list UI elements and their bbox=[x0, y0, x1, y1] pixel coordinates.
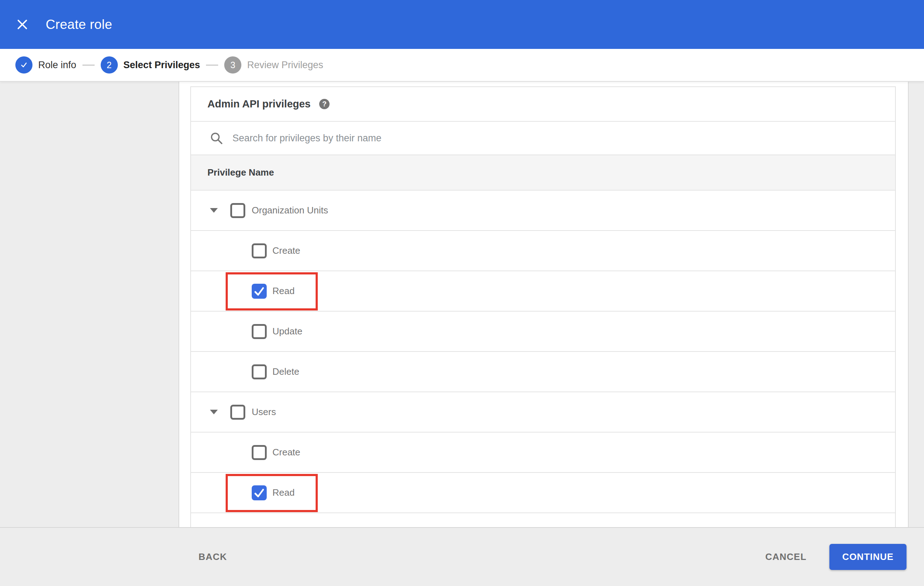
privilege-label: Read bbox=[272, 285, 295, 296]
panel-title: Admin API privileges bbox=[208, 98, 310, 110]
create-role-dialog: Create role Role info 2 Select Privilege… bbox=[0, 0, 924, 586]
checkbox-unchecked[interactable] bbox=[230, 203, 245, 218]
privilege-label: Update bbox=[272, 326, 302, 337]
scroll-region: Admin API privileges ? Privilege Name Or… bbox=[178, 82, 909, 527]
privilege-row: Create bbox=[191, 432, 895, 472]
cancel-button[interactable]: CANCEL bbox=[757, 545, 815, 569]
privilege-row: Read bbox=[191, 472, 895, 512]
privilege-group-row: Organization Units bbox=[191, 190, 895, 230]
checkbox-unchecked[interactable] bbox=[230, 405, 245, 420]
privilege-rows: Organization UnitsCreateReadUpdateDelete… bbox=[191, 190, 895, 512]
privilege-row: Create bbox=[191, 230, 895, 270]
search-input[interactable] bbox=[233, 133, 732, 144]
continue-button[interactable]: CONTINUE bbox=[829, 544, 906, 570]
step-label: Role info bbox=[38, 59, 76, 71]
checkbox-unchecked[interactable] bbox=[252, 324, 267, 339]
dialog-header: Create role bbox=[0, 0, 924, 49]
footer-bar: BACK CANCEL CONTINUE bbox=[0, 527, 924, 586]
checkbox-checked[interactable] bbox=[252, 486, 267, 500]
privilege-label: Create bbox=[272, 245, 300, 256]
checkbox-unchecked[interactable] bbox=[252, 364, 267, 379]
collapse-arrow-icon[interactable] bbox=[210, 410, 218, 414]
checkbox-checked[interactable] bbox=[252, 284, 267, 299]
step-connector bbox=[82, 64, 95, 66]
privilege-label: Delete bbox=[272, 366, 299, 377]
admin-api-privileges-panel: Admin API privileges ? Privilege Name Or… bbox=[190, 86, 896, 527]
step-review-privileges[interactable]: 3 Review Privileges bbox=[224, 56, 323, 74]
privilege-label: Organization Units bbox=[252, 205, 328, 216]
step-select-privileges[interactable]: 2 Select Privileges bbox=[101, 56, 200, 74]
page-title: Create role bbox=[46, 17, 112, 32]
checkbox-unchecked[interactable] bbox=[252, 445, 267, 460]
partial-row bbox=[191, 512, 895, 527]
highlight-box bbox=[226, 272, 318, 311]
privilege-group-row: Users bbox=[191, 392, 895, 432]
column-header-privilege-name: Privilege Name bbox=[208, 167, 274, 178]
privilege-row: Read bbox=[191, 270, 895, 311]
collapse-arrow-icon[interactable] bbox=[210, 208, 218, 213]
privilege-label: Create bbox=[272, 447, 300, 458]
stepper: Role info 2 Select Privileges 3 Review P… bbox=[0, 49, 924, 82]
checkbox-unchecked[interactable] bbox=[252, 244, 267, 258]
highlight-box bbox=[226, 474, 318, 512]
step-label: Select Privileges bbox=[124, 59, 200, 71]
table-header-row: Privilege Name bbox=[191, 155, 895, 190]
close-icon[interactable] bbox=[14, 17, 30, 33]
step-number: 3 bbox=[224, 56, 241, 74]
privilege-row: Delete bbox=[191, 351, 895, 392]
step-label: Review Privileges bbox=[247, 59, 323, 71]
step-done-check-icon bbox=[15, 56, 33, 74]
back-button[interactable]: BACK bbox=[198, 551, 227, 563]
step-connector bbox=[206, 64, 218, 66]
step-number: 2 bbox=[101, 56, 118, 74]
search-row bbox=[191, 121, 895, 155]
privilege-label: Read bbox=[272, 487, 295, 498]
privilege-label: Users bbox=[252, 407, 276, 418]
privilege-row: Update bbox=[191, 311, 895, 351]
panel-heading-row: Admin API privileges ? bbox=[191, 87, 895, 121]
content-area: Admin API privileges ? Privilege Name Or… bbox=[0, 82, 924, 527]
help-icon[interactable]: ? bbox=[319, 99, 330, 109]
step-role-info[interactable]: Role info bbox=[15, 56, 76, 74]
search-icon bbox=[210, 132, 223, 145]
